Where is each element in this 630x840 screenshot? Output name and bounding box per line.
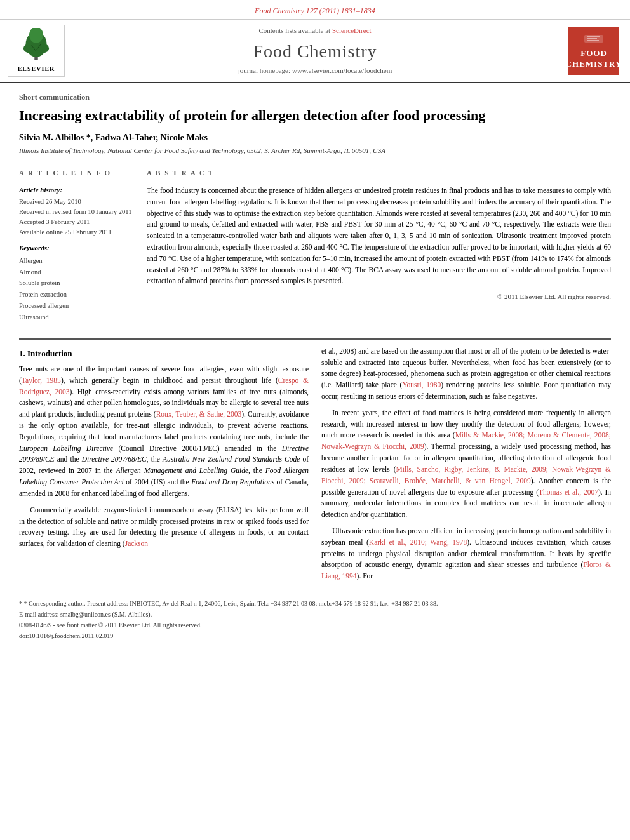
journal-ref: Food Chemistry 127 (2011) 1831–1834 [255,6,375,15]
keyword-1: Allergen [19,255,137,267]
contents-text: Contents lists available at [258,27,332,34]
article-info-column: A R T I C L E I N F O Article history: R… [19,168,137,323]
keyword-6: Ultrasound [19,312,137,323]
homepage-text: journal homepage: [238,67,292,74]
elsevier-text: ELSEVIER [18,65,55,74]
chem-logo-text: CHEMISTRY [566,59,622,70]
keyword-5: Processed allergen [19,300,137,312]
article-content: Short communication Increasing extractab… [0,83,630,332]
food-logo-text: FOOD [580,48,607,59]
footnote-star-symbol: * [19,600,22,607]
svg-point-3 [37,44,49,53]
ref-mills-mackie[interactable]: Mills & Mackie, 2008; Moreno & Clemente,… [321,431,611,450]
keywords-label: Keywords: [19,243,137,253]
article-title: Increasing extractability of protein for… [19,107,611,125]
elsevier-tree-icon [17,28,55,63]
logo-top-line [581,32,607,47]
ref-jackson[interactable]: Jackson [125,540,148,547]
journal-header: ELSEVIER Contents lists available at Sci… [0,20,630,83]
keyword-3: Soluble protein [19,277,137,289]
logo-figure-icon [581,32,607,44]
ref-roux[interactable]: Roux, Teuber, & Sathe, 2003 [156,410,242,418]
affiliation: Illinois Institute of Technology, Nation… [19,146,611,156]
footnote-doi: doi:10.1016/j.foodchem.2011.02.019 [19,632,611,641]
ref-yousri[interactable]: Yousri, 1980 [402,381,441,389]
footnote-email: E-mail address: smalbg@unileon.es (S.M. … [19,610,611,619]
intro-para-1: Tree nuts are one of the important cause… [19,364,309,500]
divider-1 [19,163,611,163]
abstract-header: A B S T R A C T [147,168,611,180]
abstract-column: A B S T R A C T The food industry is con… [147,168,611,323]
main-col-right: et al., 2008) and are based on the assum… [321,346,611,587]
footnote-star: * * Corresponding author. Present addres… [19,599,611,608]
available-date: Available online 25 February 2011 [19,227,137,237]
journal-center: Contents lists available at ScienceDirec… [71,25,559,77]
ref-floros[interactable]: Floros & Liang, 1994 [321,561,611,580]
section-separator [19,338,611,340]
section-type: Short communication [19,92,611,103]
keyword-4: Protein extraction [19,289,137,300]
article-body: A R T I C L E I N F O Article history: R… [19,168,611,323]
main-text-columns: 1. Introduction Tree nuts are one of the… [0,346,630,587]
accepted-date: Accepted 3 February 2011 [19,217,137,227]
abstract-text: The food industry is concerned about the… [147,185,611,287]
intro-title: Introduction [27,349,72,358]
col2-para-1: et al., 2008) and are based on the assum… [321,346,611,403]
copyright-line: © 2011 Elsevier Ltd. All rights reserved… [147,292,611,302]
footnote-issn: 0308-8146/$ - see front matter © 2011 El… [19,621,611,630]
sciencedirect-link[interactable]: ScienceDirect [332,27,372,34]
ref-karkl[interactable]: Karkl et al., 2010; Wang, 1978 [369,538,467,546]
keyword-2: Almond [19,267,137,278]
page-wrapper: Food Chemistry 127 (2011) 1831–1834 ELSE… [0,0,630,648]
authors: Silvia M. Albillos *, Fadwa Al-Taher, Ni… [19,131,611,144]
ref-mills-sancho[interactable]: Mills, Sancho, Rigby, Jenkins, & Mackie,… [321,465,611,484]
main-col-left: 1. Introduction Tree nuts are one of the… [19,346,309,587]
article-history-label: Article history: [19,185,137,195]
intro-para-2: Commercially available enzyme-linked imm… [19,505,309,550]
col2-para-3: Ultrasonic extraction has proven efficie… [321,526,611,582]
intro-number: 1. [19,349,25,358]
sciencedirect-line: Contents lists available at ScienceDirec… [71,26,559,36]
footnote-star-text: * Corresponding author. Present address:… [24,600,438,607]
homepage-url[interactable]: www.elsevier.com/locate/foodchem [292,67,392,74]
homepage-line: journal homepage: www.elsevier.com/locat… [71,66,559,76]
ref-crespo[interactable]: Crespo & Rodriguez, 2003 [19,377,309,396]
top-bar: Food Chemistry 127 (2011) 1831–1834 [0,0,630,20]
article-info-header: A R T I C L E I N F O [19,168,137,180]
ref-thomas[interactable]: Thomas et al., 2007 [539,488,598,496]
svg-point-2 [23,44,35,53]
ref-taylor[interactable]: Taylor, 1985 [22,377,61,384]
food-chem-logo-container: FOOD CHEMISTRY [565,25,622,77]
elsevier-logo: ELSEVIER [8,25,65,77]
footnote-area: * * Corresponding author. Present addres… [0,594,630,648]
journal-name-display: Food Chemistry [71,39,559,63]
received-revised-date: Received in revised form 10 January 2011 [19,207,137,217]
col2-para-2: In recent years, the effect of food matr… [321,408,611,521]
keywords-list: Allergen Almond Soluble protein Protein … [19,255,137,323]
intro-section-title: 1. Introduction [19,347,309,360]
food-chem-logo-box: FOOD CHEMISTRY [568,27,619,75]
received-date: Received 26 May 2010 [19,197,137,207]
